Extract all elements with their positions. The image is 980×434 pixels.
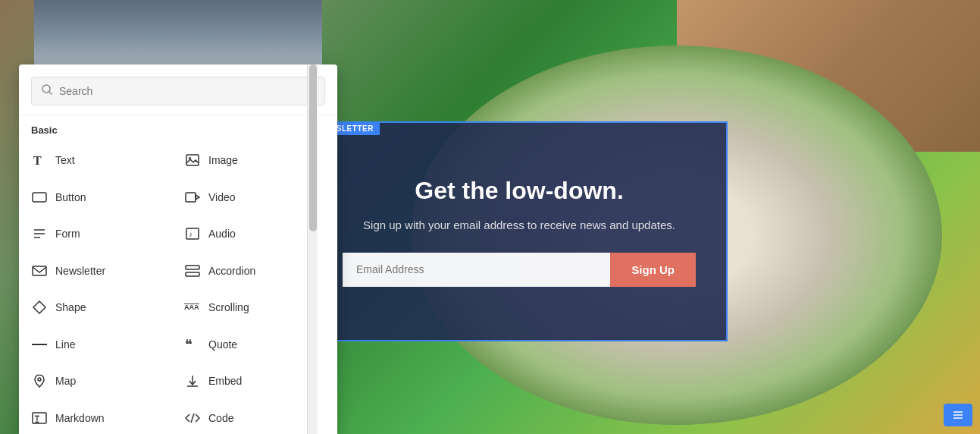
svg-line-1: [49, 92, 52, 95]
svg-text:T: T: [33, 154, 42, 167]
sidebar-item-button[interactable]: Button: [25, 179, 178, 216]
svg-rect-5: [33, 193, 46, 202]
svg-text:T̲: T̲: [34, 415, 39, 423]
svg-rect-13: [33, 266, 46, 275]
newsletter-title: Get the low-down.: [415, 176, 624, 205]
svg-text:AAA: AAA: [184, 303, 199, 311]
line-label: Line: [55, 338, 75, 351]
sidebar-panel: Basic T Text Image Button: [19, 64, 337, 434]
newsletter-icon: [31, 263, 48, 279]
image-label: Image: [208, 154, 238, 166]
button-label: Button: [55, 191, 86, 203]
sidebar-item-text[interactable]: T Text: [25, 142, 178, 179]
signup-button[interactable]: Sign Up: [610, 253, 696, 287]
svg-rect-6: [186, 193, 196, 202]
svg-rect-3: [186, 155, 199, 165]
audio-icon: ♪: [184, 225, 201, 242]
map-label: Map: [55, 375, 76, 387]
sidebar-item-form[interactable]: Form: [25, 215, 178, 253]
svg-marker-7: [196, 195, 199, 200]
image-icon: [184, 152, 201, 168]
search-container: [19, 64, 337, 115]
newsletter-label: Newsletter: [55, 265, 105, 277]
items-grid: T Text Image Button Video: [19, 142, 337, 434]
sidebar-item-newsletter[interactable]: Newsletter: [25, 253, 178, 290]
svg-rect-14: [186, 266, 199, 269]
text-label: Text: [55, 154, 75, 166]
video-icon: [184, 189, 201, 206]
quote-icon: ❝: [184, 336, 201, 353]
svg-text:♪: ♪: [189, 230, 193, 238]
shape-icon: [31, 299, 48, 316]
bottom-right-button[interactable]: [944, 404, 972, 426]
scrollbar-thumb: [309, 64, 317, 231]
sidebar-scrollbar[interactable]: [307, 64, 318, 434]
audio-label: Audio: [208, 228, 236, 240]
embed-label: Embed: [208, 375, 242, 387]
dark-corner-bg: [34, 0, 322, 68]
accordion-icon: [184, 263, 201, 279]
newsletter-section: NEWSLETTER Get the low-down. Sign up wit…: [311, 121, 728, 341]
form-icon: [31, 225, 48, 242]
svg-rect-15: [186, 272, 199, 276]
sidebar-item-map[interactable]: Map: [25, 363, 178, 400]
newsletter-form: Sign Up: [343, 253, 696, 287]
text-icon: T: [31, 152, 48, 168]
svg-line-24: [191, 414, 194, 423]
quote-label: Quote: [208, 338, 237, 351]
search-box: [31, 77, 325, 105]
list-icon: [953, 410, 963, 420]
accordion-label: Accordion: [208, 265, 255, 277]
markdown-icon: T̲: [31, 410, 48, 426]
code-icon: [184, 410, 201, 426]
svg-point-19: [38, 378, 41, 381]
sidebar-item-shape[interactable]: Shape: [25, 289, 178, 326]
section-basic-label: Basic: [19, 115, 337, 142]
map-icon: [31, 373, 48, 389]
markdown-label: Markdown: [55, 412, 105, 424]
sidebar-item-markdown[interactable]: T̲ Markdown: [25, 400, 178, 435]
svg-text:❝: ❝: [185, 338, 193, 351]
sidebar-item-line[interactable]: Line: [25, 326, 178, 363]
embed-icon: [184, 373, 201, 389]
email-input[interactable]: [343, 253, 610, 287]
button-icon: [31, 189, 48, 206]
code-label: Code: [208, 412, 233, 424]
search-icon: [41, 83, 53, 99]
scrolling-label: Scrolling: [208, 301, 249, 313]
search-input[interactable]: [59, 85, 315, 97]
shape-label: Shape: [55, 301, 86, 313]
video-label: Video: [208, 191, 236, 203]
form-label: Form: [55, 228, 80, 240]
line-icon: [31, 336, 48, 353]
scrolling-icon: AAA: [184, 299, 201, 316]
newsletter-subtitle: Sign up with your email address to recei…: [363, 217, 675, 234]
